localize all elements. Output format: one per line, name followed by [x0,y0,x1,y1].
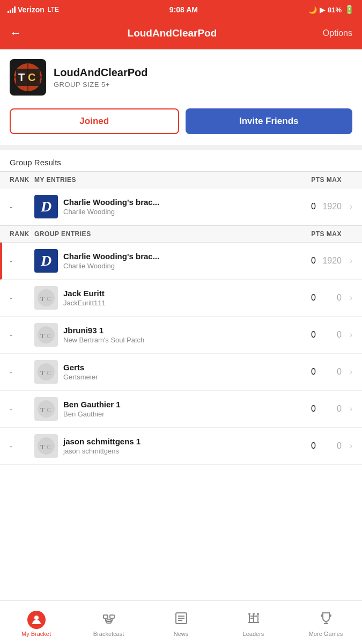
joined-button[interactable]: Joined [10,108,179,134]
group-entries-table: RANK GROUP ENTRIES PTS MAX - D Charlie W… [0,225,362,465]
row-logo-duke: D [34,249,58,273]
row-chevron: › [344,404,352,414]
row-rank: - [10,202,34,211]
row-pts: 0 [290,256,316,266]
signal-icon [8,6,16,13]
entries-header-my: MY ENTRIES [34,176,299,184]
row-subtitle: JackEuritt111 [63,299,290,307]
row-chevron: › [344,293,352,303]
row-subtitle: New Bertram's Soul Patch [63,336,290,344]
group-size: GROUP SIZE 5+ [54,80,148,89]
svg-text:C: C [28,71,35,83]
header-title: LoudAndClearPod [128,27,217,39]
svg-text:T: T [40,406,45,414]
svg-point-37 [253,613,255,615]
profile-info: LoudAndClearPod GROUP SIZE 5+ [54,67,148,89]
svg-text:T: T [40,295,45,303]
row-pts: 0 [290,404,316,414]
nav-label-news: News [174,631,189,637]
svg-text:T: T [40,332,45,340]
pts-header-my: PTS [299,176,324,184]
nav-label-leaders: Leaders [243,631,264,637]
bracketcast-icon [101,611,116,629]
profile-section: T C LoudAndClearPod GROUP SIZE 5+ [0,49,362,104]
svg-text:C: C [47,406,51,414]
nav-label-bracketcast: Bracketcast [93,631,124,637]
svg-text:T: T [40,369,45,377]
status-bar: Verizon LTE 9:08 AM 🌙 ▶ 81% 🔋 [0,0,362,19]
row-logo-tc: T C [34,434,58,458]
nav-item-my-bracket[interactable]: My Bracket [0,601,72,644]
group-results-label: Group Results [0,150,362,171]
section-divider [0,145,362,150]
svg-text:C: C [47,443,51,451]
nav-item-more-games[interactable]: More Games [290,601,362,644]
row-chevron: › [344,367,352,377]
row-chevron: › [344,202,352,211]
invite-friends-button[interactable]: Invite Friends [186,108,353,134]
back-button[interactable]: ← [10,26,21,40]
row-max: 0 [316,330,344,340]
row-name: Charlie Wooding's brac... [63,197,290,207]
row-rank: - [10,331,34,340]
group-entry-row-6[interactable]: - T C jason schmittgens 1 jason schmittg… [0,428,362,465]
svg-text:C: C [47,295,51,303]
row-logo-tc: T C [34,360,58,384]
row-pts: 0 [290,202,316,211]
group-entries-header: RANK GROUP ENTRIES PTS MAX [0,225,362,243]
rank-header-my: RANK [10,176,34,184]
row-name: Jack Euritt [63,289,290,298]
row-logo-tc: T C [34,323,58,347]
row-logo-tc: T C [34,286,58,310]
row-name: Charlie Wooding's brac... [63,252,290,261]
row-pts: 0 [290,330,316,340]
row-info: Gerts Gertsmeier [63,363,290,381]
group-entry-row-1[interactable]: - D Charlie Wooding's brac... Charlie Wo… [0,243,362,280]
group-entry-row-2[interactable]: - T C Jack Euritt JackEuritt111 0 0 › [0,280,362,317]
svg-text:C: C [47,332,51,340]
battery-label: 81% [328,6,342,14]
entries-header-group: GROUP ENTRIES [34,230,299,238]
row-rank: - [10,257,34,266]
leaders-icon [246,611,261,629]
row-max: 1920 [316,256,344,266]
row-max: 0 [316,293,344,303]
row-chevron: › [344,330,352,340]
svg-text:T: T [40,443,45,451]
group-entry-row-5[interactable]: - T C Ben Gauthier 1 Ben Gauthier 0 0 › [0,391,362,428]
my-entries-header: RANK MY ENTRIES PTS MAX [0,171,362,188]
row-info: Charlie Wooding's brac... Charlie Woodin… [63,252,290,270]
max-header-my: MAX [324,176,352,184]
row-info: jason schmittgens 1 jason schmittgens [63,437,290,455]
bottom-nav: My Bracket Bracketcast News [0,600,362,644]
nav-label-more-games: More Games [309,631,343,637]
buttons-section: Joined Invite Friends [0,104,362,145]
row-subtitle: Ben Gauthier [63,410,290,418]
battery-icon: 🔋 [344,5,354,14]
group-entry-row-4[interactable]: - T C Gerts Gertsmeier 0 0 › [0,354,362,391]
row-subtitle: Charlie Wooding [63,262,290,270]
row-logo-tc: T C [34,397,58,421]
row-max: 1920 [316,202,344,211]
svg-point-38 [257,613,259,615]
options-button[interactable]: Options [323,28,352,38]
group-entry-row-3[interactable]: - T C Jbruni93 1 New Bertram's Soul Patc… [0,317,362,354]
row-max: 0 [316,441,344,451]
row-logo-duke: D [34,195,58,218]
row-rank: - [10,368,34,377]
svg-text:T: T [18,71,25,83]
row-pts: 0 [290,441,316,451]
row-name: Ben Gauthier 1 [63,400,290,409]
nav-item-bracketcast[interactable]: Bracketcast [72,601,145,644]
row-info: Jack Euritt JackEuritt111 [63,289,290,307]
pts-header-group: PTS [299,230,324,238]
location-icon: ▶ [320,6,325,14]
nav-item-news[interactable]: News [145,601,217,644]
trophy-icon [319,611,334,629]
nav-item-leaders[interactable]: Leaders [217,601,290,644]
row-pts: 0 [290,367,316,377]
my-entry-row-1[interactable]: - D Charlie Wooding's brac... Charlie Wo… [0,188,362,225]
row-rank: - [10,405,34,414]
row-rank: - [10,442,34,451]
row-max: 0 [316,404,344,414]
